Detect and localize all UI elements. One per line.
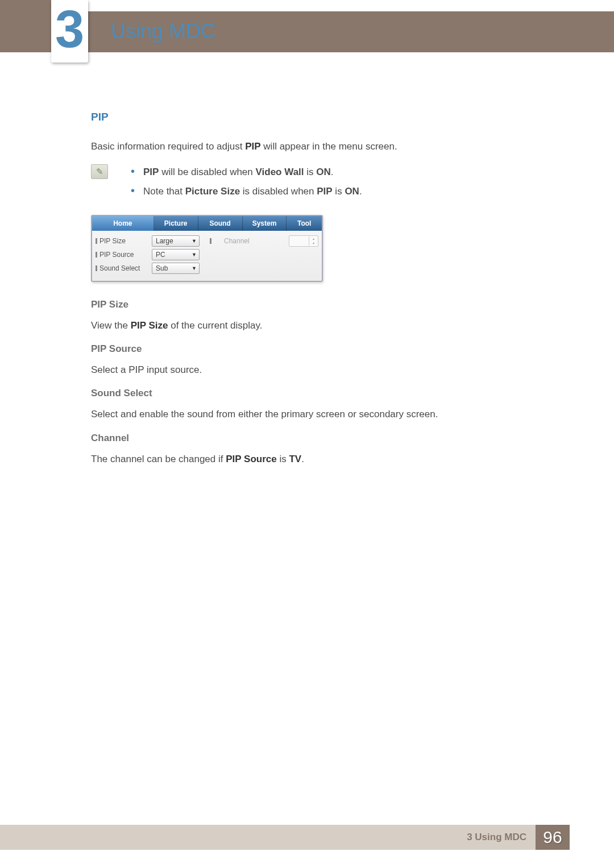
tab-sound[interactable]: Sound xyxy=(198,216,243,231)
note-item-2: Note that Picture Size is disabled when … xyxy=(131,184,557,199)
tab-system[interactable]: System xyxy=(243,216,287,231)
chevron-down-icon: ▼ xyxy=(192,265,197,271)
label-channel: Channel xyxy=(224,237,289,245)
tabs: Home Picture Sound System Tool xyxy=(92,216,322,231)
tab-home[interactable]: Home xyxy=(92,216,154,231)
channel-spinner[interactable] xyxy=(289,235,318,247)
chevron-down-icon: ▼ xyxy=(192,238,197,244)
subheading-sound-select: Sound Select xyxy=(91,388,557,399)
label-pip-source: PIP Source xyxy=(99,251,152,259)
note-list: PIP will be disabled when Video Wall is … xyxy=(131,164,557,202)
row-marker xyxy=(96,238,97,244)
tab-picture[interactable]: Picture xyxy=(154,216,198,231)
footer-stripe xyxy=(0,825,458,850)
select-pip-source[interactable]: PC ▼ xyxy=(152,249,200,260)
row-sound-select: Sound Select Sub ▼ xyxy=(96,263,318,274)
page-number: 96 xyxy=(536,825,570,850)
subheading-pip-size: PIP Size xyxy=(91,299,557,310)
text-pip-size: View the PIP Size of the current display… xyxy=(91,318,557,333)
select-pip-size[interactable]: Large ▼ xyxy=(152,235,200,247)
row-pip-source: PIP Source PC ▼ xyxy=(96,249,318,260)
chevron-down-icon: ▼ xyxy=(192,252,197,258)
chapter-badge: 3 xyxy=(51,0,88,63)
footer-label: 3 Using MDC xyxy=(458,825,536,850)
chapter-title: Using MDC xyxy=(111,19,215,43)
note-item-1: PIP will be disabled when Video Wall is … xyxy=(131,164,557,180)
text-channel: The channel can be changed if PIP Source… xyxy=(91,452,557,467)
subheading-channel: Channel xyxy=(91,433,557,444)
section-heading-pip: PIP xyxy=(91,111,557,123)
header-bar xyxy=(0,11,614,52)
chapter-number: 3 xyxy=(55,3,84,55)
subheading-pip-source: PIP Source xyxy=(91,343,557,355)
label-sound-select: Sound Select xyxy=(99,264,152,272)
row-marker xyxy=(210,238,211,244)
row-pip-size: PIP Size Large ▼ Channel xyxy=(96,235,318,247)
note-block: ✎ PIP will be disabled when Video Wall i… xyxy=(91,164,557,202)
row-marker xyxy=(96,252,97,258)
pip-settings-panel: Home Picture Sound System Tool PIP Size … xyxy=(91,215,323,282)
text-pip-source: Select a PIP input source. xyxy=(91,363,557,377)
intro-text: Basic information required to adjust PIP… xyxy=(91,139,557,154)
footer: 3 Using MDC 96 xyxy=(0,825,614,850)
tab-tool[interactable]: Tool xyxy=(287,216,322,231)
note-icon: ✎ xyxy=(91,164,108,179)
text-sound-select: Select and enable the sound from either … xyxy=(91,407,557,422)
form-area: PIP Size Large ▼ Channel PIP Source PC ▼ xyxy=(92,231,322,281)
content-area: PIP Basic information required to adjust… xyxy=(91,105,557,476)
select-sound-select[interactable]: Sub ▼ xyxy=(152,263,200,274)
label-pip-size: PIP Size xyxy=(99,237,152,245)
row-marker xyxy=(96,265,97,271)
